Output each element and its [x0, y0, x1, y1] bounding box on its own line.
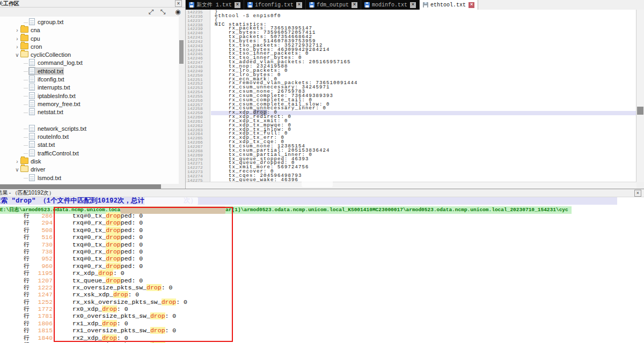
- tree-item[interactable]: ›cron: [0, 43, 179, 51]
- match-highlight: drop: [150, 327, 165, 334]
- chevron-right-icon[interactable]: ›: [14, 158, 20, 166]
- tree-item[interactable]: ∨driver: [0, 166, 179, 174]
- tree-item[interactable]: cgroup.txt: [0, 18, 179, 26]
- close-icon[interactable]: ×: [352, 2, 357, 8]
- tree-item[interactable]: command_log.txt: [0, 59, 179, 67]
- result-row[interactable]: 行1207:tx_queue_dropped: 0: [0, 277, 644, 284]
- tree-item[interactable]: trafficControl.txt: [0, 150, 179, 158]
- result-row[interactable]: 行1815:rx1_oversize_pkts_sw_drop: 0: [0, 327, 644, 334]
- save-icon: [189, 2, 194, 8]
- result-row[interactable]: 行960:rxq#0_rx_dropped: 0: [0, 263, 644, 270]
- row-match-text: rxq#0_rx_dropped: 0: [72, 234, 143, 241]
- tree-item[interactable]: stat.txt: [0, 141, 179, 149]
- result-row[interactable]: 行1840:rx2_xdp_drop: 0: [0, 334, 644, 341]
- workspace-titlebar: 关工作区 ×: [0, 0, 185, 8]
- results-close-icon[interactable]: ×: [634, 190, 641, 197]
- workspace-panel: 关工作区 × ⤢ ⤡ ◉ cgroup.txt›cna›cpu›cron∨cyc…: [0, 0, 186, 189]
- file-icon: [29, 100, 35, 107]
- result-row[interactable]: 行1222:rx_oversize_pkts_sw_drop: 0: [0, 284, 644, 291]
- line-number-gutter: 1422351422361422371422381422391422401422…: [186, 10, 210, 182]
- row-match-text: rx_xsk_xdp_drop: 0: [72, 291, 139, 298]
- tree-item[interactable]: interrupts.txt: [0, 84, 179, 92]
- close-icon[interactable]: ×: [235, 2, 240, 8]
- result-row[interactable]: 行286:txq#0_tx_dropped: 0: [0, 212, 644, 219]
- tree-connector: [24, 71, 28, 72]
- result-row[interactable]: 行952:txq#0_tx_dropped: 0: [0, 255, 644, 262]
- tree-item[interactable]: ›cpu: [0, 35, 179, 43]
- tree-item[interactable]: lsmod.txt: [0, 174, 179, 182]
- row-match-text: rx_xsk_oversize_pkts_sw_drop: 0: [72, 299, 187, 305]
- tree-connector: [24, 105, 28, 105]
- collapse-all-icon[interactable]: ⤡: [159, 8, 167, 16]
- result-row[interactable]: 行1806:rx1_xdp_drop: 0: [0, 320, 644, 327]
- tree-vertical-scrollbar[interactable]: [179, 17, 184, 184]
- tree-item[interactable]: ›disk: [0, 158, 179, 166]
- tree-horizontal-scrollbar[interactable]: [0, 184, 179, 189]
- editor-textarea[interactable]: 1422351422361422371422381422391422401422…: [186, 10, 636, 182]
- result-row[interactable]: 行294:rxq#0_rx_dropped: 0: [0, 219, 644, 226]
- file-icon: [29, 108, 35, 115]
- close-icon[interactable]: ×: [296, 2, 302, 8]
- editor-vertical-scrollbar[interactable]: [636, 10, 644, 182]
- tree-item[interactable]: ›cna: [0, 26, 179, 34]
- expand-all-icon[interactable]: ⤢: [147, 8, 155, 16]
- save-icon: [309, 2, 314, 8]
- row-line-number: 1222:: [30, 284, 56, 291]
- result-row[interactable]: 行1195:rx_xdp_drop: 0: [0, 270, 644, 277]
- row-line-number: 516:: [30, 234, 56, 241]
- chevron-right-icon[interactable]: ›: [14, 35, 20, 43]
- tree-item[interactable]: ethtool.txt: [0, 68, 179, 76]
- tree-item-label: stat.txt: [38, 141, 55, 148]
- folder-icon: [20, 158, 28, 164]
- close-icon[interactable]: ×: [410, 2, 416, 8]
- tree-item[interactable]: routeInfo.txt: [0, 133, 179, 141]
- tree-connector: [24, 153, 28, 154]
- close-icon[interactable]: ×: [469, 2, 474, 8]
- row-line-number: 1207:: [30, 277, 56, 284]
- result-row[interactable]: 行730:txq#0_tx_dropped: 0: [0, 241, 644, 248]
- result-row[interactable]: 行1247:rx_xsk_xdp_drop: 0: [0, 291, 644, 298]
- row-match-text: txq#0_tx_dropped: 0: [72, 212, 143, 219]
- tree-item[interactable]: ifconfig.txt: [0, 76, 179, 84]
- tree-item[interactable]: memory_free.txt: [0, 100, 179, 108]
- search-summary-row[interactable]: 搜索 "drop" （1个文件中匹配到10192次，总计次）: [0, 197, 617, 205]
- tree-item[interactable]: ∨cyclicCollection: [0, 51, 179, 59]
- chevron-right-icon[interactable]: ›: [14, 43, 20, 51]
- editor-tab[interactable]: 新文件 1.txt×: [186, 0, 244, 10]
- editor-horizontal-scrollbar[interactable]: [186, 182, 636, 189]
- editor-tab[interactable]: fdm_output×: [306, 0, 361, 10]
- result-row[interactable]: 行1781:rx0_oversize_pkts_sw_drop: 0: [0, 312, 644, 319]
- row-match-text: txq#0_tx_dropped: 0: [72, 255, 143, 262]
- file-icon: [29, 174, 35, 181]
- chevron-right-icon[interactable]: ›: [14, 26, 20, 34]
- result-row[interactable]: 行738:rxq#0_rx_dropped: 0: [0, 248, 644, 255]
- editor-tab[interactable]: modinfo.txt×: [361, 0, 420, 10]
- result-row[interactable]: 行1772:rx0_xdp_drop: 0: [0, 305, 644, 312]
- chevron-down-icon[interactable]: ∨: [14, 51, 20, 59]
- scrollbar-thumb[interactable]: [637, 107, 643, 115]
- editor-tab[interactable]: ifconfig.txt×: [244, 0, 306, 10]
- scrollbar-thumb[interactable]: [0, 184, 161, 189]
- tree-item-label: cyclicCollection: [31, 51, 71, 58]
- tree-item[interactable]: netstat.txt: [0, 108, 179, 116]
- result-row[interactable]: 行516:rxq#0_rx_dropped: 0: [0, 234, 644, 241]
- matched-file-path-row[interactable]: E:\日志\armod0523.odata.ncmp.unicom.locaar…: [0, 205, 644, 212]
- match-highlight: drop: [147, 284, 162, 291]
- app-window: 关工作区 × ⤢ ⤡ ◉ cgroup.txt›cna›cpu›cron∨cyc…: [0, 0, 644, 343]
- scrollbar-thumb[interactable]: [179, 40, 184, 64]
- match-highlight: drop: [106, 255, 121, 262]
- match-highlight: drop: [106, 219, 121, 226]
- file-icon: [29, 68, 35, 74]
- workspace-close-icon[interactable]: ×: [175, 0, 182, 7]
- row-label: 行: [24, 270, 30, 277]
- save-icon: [364, 2, 370, 8]
- result-row[interactable]: 行1252:rx_xsk_oversize_pkts_sw_drop: 0: [0, 299, 644, 305]
- match-highlight: drop: [106, 263, 121, 270]
- row-match-text: rx_xdp_drop: 0: [72, 270, 125, 277]
- locate-file-icon[interactable]: ◉: [174, 8, 182, 16]
- editor-tab[interactable]: ethtool.txt×: [420, 0, 478, 11]
- chevron-down-icon[interactable]: ∨: [14, 166, 20, 174]
- tree-item[interactable]: network_scripts.txt: [0, 125, 179, 133]
- result-row[interactable]: 行508:txq#0_tx_dropped: 0: [0, 227, 644, 234]
- tree-item[interactable]: iptablesInfo.txt: [0, 92, 179, 100]
